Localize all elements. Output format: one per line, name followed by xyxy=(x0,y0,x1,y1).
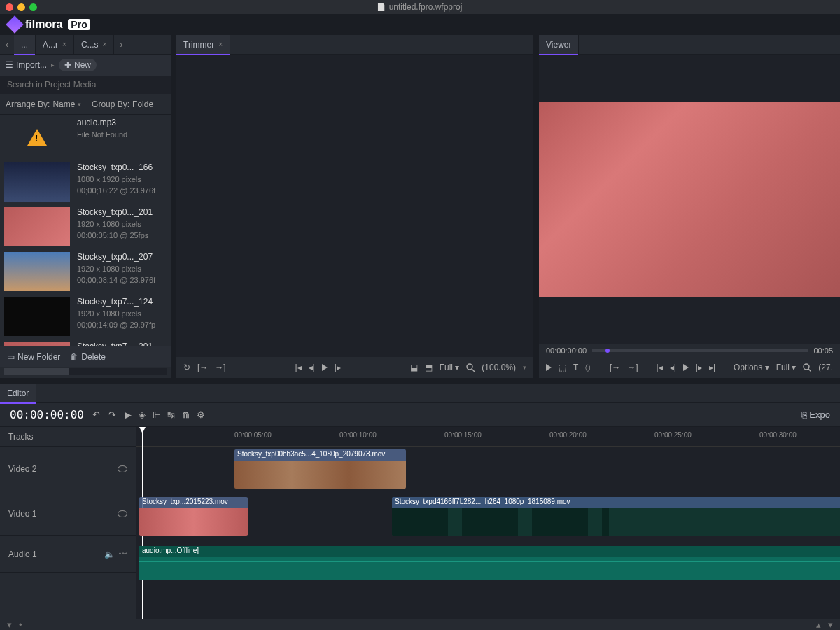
viewer-panel: Viewer 00:00:00:00 00:05 ⬚ T ⬯ [→ →] |◂ … xyxy=(539,35,840,378)
export-button[interactable]: ⎘ Expo xyxy=(802,410,830,420)
go-end-icon[interactable]: ▸| xyxy=(709,363,715,372)
scrub-slider[interactable] xyxy=(592,349,808,352)
viewer-scrub-bar: 00:00:00:00 00:05 xyxy=(539,344,840,357)
new-button[interactable]: ✚ New xyxy=(59,59,97,71)
close-icon[interactable]: × xyxy=(103,41,107,48)
play-button-center[interactable] xyxy=(683,364,689,371)
new-folder-button[interactable]: ▭ New Folder xyxy=(7,352,60,362)
in-point-icon[interactable]: [→ xyxy=(610,363,620,372)
chevron-right-icon[interactable]: ▸ xyxy=(51,62,55,69)
step-back-icon[interactable]: ◂| xyxy=(309,363,315,372)
media-list[interactable]: audio.mp3 File Not Found Stocksy_txp0...… xyxy=(0,115,171,346)
app-pro-badge: Pro xyxy=(68,19,90,30)
zoom-slider-dot[interactable]: • xyxy=(19,620,22,630)
step-fwd-icon[interactable]: |▸ xyxy=(335,363,341,372)
editor-timecode[interactable]: 00:00:00:00 xyxy=(10,408,84,421)
track-audio1[interactable]: Audio 1 🔈〰 xyxy=(0,536,136,573)
ripple-tool-icon[interactable]: ⊩ xyxy=(153,410,160,420)
editor-tab[interactable]: Editor xyxy=(0,384,36,403)
trimmer-tab[interactable]: Trimmer× xyxy=(176,35,230,55)
visibility-icon[interactable] xyxy=(118,465,127,472)
horizontal-scrollbar[interactable] xyxy=(4,368,167,375)
chevron-down-icon[interactable]: ▾ xyxy=(78,101,81,108)
tab-scroll-left[interactable]: ‹ xyxy=(0,40,14,50)
viewer-tab[interactable]: Viewer xyxy=(539,35,579,55)
import-button[interactable]: ☰ Import... xyxy=(6,60,47,70)
clip-audio1[interactable]: audio.mp...Offline] xyxy=(139,546,840,580)
options-dropdown[interactable]: Options ▾ xyxy=(734,363,769,372)
viewer-timecode[interactable]: 00:00:00:00 xyxy=(546,346,587,355)
media-item[interactable]: audio.mp3 File Not Found xyxy=(0,115,171,160)
minimize-window-button[interactable] xyxy=(18,4,25,11)
play-button[interactable] xyxy=(546,364,552,371)
zoom-value[interactable]: (27. xyxy=(818,363,833,372)
svg-point-2 xyxy=(804,364,809,370)
media-item[interactable]: Stocksy_txp0..._207 1920 x 1080 pixels 0… xyxy=(0,249,171,294)
clip-video2[interactable]: Stocksy_txp00bb3ac5...4_1080p_2079073.mo… xyxy=(234,449,406,489)
scale-dropdown[interactable]: Full ▾ xyxy=(440,363,460,372)
visibility-icon[interactable] xyxy=(118,510,127,517)
mute-icon[interactable]: 🔈 xyxy=(104,550,115,559)
clip-video1b[interactable]: Stocksy_txpd4166ff7L282..._h264_1080p_18… xyxy=(392,497,840,536)
transform-icon[interactable]: ⬚ xyxy=(559,363,566,372)
track-labels: Tracks Video 2 Video 1 Audio 1 🔈〰 xyxy=(0,427,136,619)
step-fwd-icon[interactable]: |▸ xyxy=(696,363,702,372)
snap-tool-icon[interactable]: ◈ xyxy=(139,410,146,420)
arrange-by-value[interactable]: Name xyxy=(52,99,75,109)
waveform-icon[interactable]: 〰 xyxy=(119,550,127,559)
go-start-icon[interactable]: |◂ xyxy=(657,363,663,372)
timeline: Tracks Video 2 Video 1 Audio 1 🔈〰 00:00:… xyxy=(0,427,840,619)
clip-video1a[interactable]: Stocksy_txp...2015223.mov xyxy=(139,497,248,536)
viewer-tab-bar: Viewer xyxy=(539,35,840,55)
play-button[interactable] xyxy=(322,364,328,371)
maximize-window-button[interactable] xyxy=(29,4,37,11)
undo-icon[interactable]: ↶ xyxy=(92,410,100,420)
close-icon[interactable]: × xyxy=(218,41,223,48)
redo-icon[interactable]: ↷ xyxy=(108,410,116,420)
media-tab-2[interactable]: C...s× xyxy=(74,35,115,55)
text-icon[interactable]: T xyxy=(573,363,578,372)
step-back-icon[interactable]: ◂| xyxy=(670,363,676,372)
zoom-out-icon[interactable]: ▾ xyxy=(7,620,12,630)
tab-scroll-right[interactable]: › xyxy=(114,40,128,50)
select-tool-icon[interactable]: ▶ xyxy=(125,410,132,420)
zoom-value[interactable]: (100.0%) xyxy=(482,363,516,372)
media-tab-0[interactable]: ... xyxy=(14,35,36,55)
collapse-down-icon[interactable]: ▾ xyxy=(828,620,833,630)
media-tab-1[interactable]: A...r× xyxy=(36,35,74,55)
group-by-value[interactable]: Folde xyxy=(132,99,153,109)
media-dimensions: 1920 x 1080 pixels xyxy=(77,265,155,273)
chevron-down-icon[interactable]: ▾ xyxy=(523,364,526,371)
out-point-icon[interactable]: →] xyxy=(627,363,638,372)
mask-icon[interactable]: ⬯ xyxy=(585,363,591,372)
settings-icon[interactable]: ⚙ xyxy=(197,410,205,420)
track-area[interactable]: 00:00:05:00 00:00:10:00 00:00:15:00 00:0… xyxy=(136,427,840,619)
prev-frame-icon[interactable]: |◂ xyxy=(295,363,301,372)
in-point-icon[interactable]: [→ xyxy=(197,363,208,372)
delete-button[interactable]: 🗑 Delete xyxy=(70,352,106,362)
scale-dropdown[interactable]: Full ▾ xyxy=(776,363,797,372)
document-icon xyxy=(378,3,385,11)
track-video1[interactable]: Video 1 xyxy=(0,491,136,536)
trimmer-preview[interactable] xyxy=(176,55,533,357)
close-window-button[interactable] xyxy=(6,4,13,11)
slip-tool-icon[interactable]: ↹ xyxy=(167,410,175,420)
time-ruler[interactable]: 00:00:05:00 00:00:10:00 00:00:15:00 00:0… xyxy=(136,427,840,447)
media-item[interactable]: Stocksy_txp0..._166 1080 x 1920 pixels 0… xyxy=(0,160,171,204)
collapse-up-icon[interactable]: ▴ xyxy=(816,620,821,630)
media-item[interactable]: Stocksy_txp0..._201 1920 x 1080 pixels 0… xyxy=(0,204,171,249)
viewer-preview[interactable] xyxy=(539,55,840,344)
insert-icon[interactable]: ⬓ xyxy=(410,363,418,372)
loop-icon[interactable]: ↻ xyxy=(183,363,190,372)
thumbnail xyxy=(4,162,70,202)
magnet-icon[interactable]: ⋒ xyxy=(182,410,190,420)
close-icon[interactable]: × xyxy=(62,41,66,48)
search-input[interactable] xyxy=(0,76,171,94)
out-point-icon[interactable]: →] xyxy=(215,363,225,372)
track-video2[interactable]: Video 2 xyxy=(0,447,136,491)
zoom-icon[interactable] xyxy=(803,363,811,372)
overwrite-icon[interactable]: ⬒ xyxy=(425,363,433,372)
zoom-icon[interactable] xyxy=(466,363,475,372)
media-item[interactable]: Stocksy_txp7..._124 1920 x 1080 pixels 0… xyxy=(0,294,171,339)
media-item[interactable]: Stocksy_txp7..._201 xyxy=(0,339,171,346)
